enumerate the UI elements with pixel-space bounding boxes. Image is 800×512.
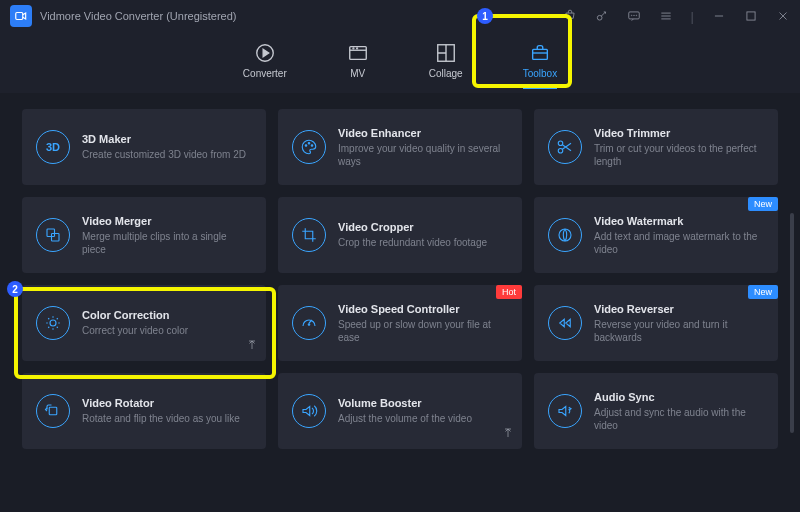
card-video-merger[interactable]: Video Merger Merge multiple clips into a…	[22, 197, 266, 273]
app-logo	[10, 5, 32, 27]
svg-point-14	[308, 143, 310, 145]
tab-label: MV	[350, 68, 365, 79]
card-desc: Trim or cut your videos to the perfect l…	[594, 142, 764, 168]
feedback-icon[interactable]	[627, 9, 641, 23]
svg-rect-23	[49, 407, 57, 415]
card-title: Video Speed Controller	[338, 303, 508, 315]
card-desc: Merge multiple clips into a single piece	[82, 230, 252, 256]
svg-point-13	[305, 145, 307, 147]
palette-icon	[292, 130, 326, 164]
card-color-correction[interactable]: Color Correction Correct your video colo…	[22, 285, 266, 361]
card-title: Video Rotator	[82, 397, 240, 409]
card-video-rotator[interactable]: Video Rotator Rotate and flip the video …	[22, 373, 266, 449]
svg-rect-18	[47, 229, 55, 237]
audio-sync-icon	[548, 394, 582, 428]
card-title: Audio Sync	[594, 391, 764, 403]
pin-icon[interactable]	[502, 425, 514, 443]
card-title: Video Cropper	[338, 221, 487, 233]
card-desc: Adjust and sync the audio with the video	[594, 406, 764, 432]
annotation-number-2: 2	[7, 281, 23, 297]
nav-tabs: Converter MV Collage Toolbox	[0, 32, 800, 93]
3d-icon: 3D	[36, 130, 70, 164]
new-badge: New	[748, 285, 778, 299]
card-video-trimmer[interactable]: Video Trimmer Trim or cut your videos to…	[534, 109, 778, 185]
window-controls: |	[563, 9, 790, 24]
title-bar: Vidmore Video Converter (Unregistered) |	[0, 0, 800, 32]
svg-rect-0	[16, 13, 23, 20]
tab-converter[interactable]: Converter	[243, 42, 287, 79]
annotation-number-1: 1	[477, 8, 493, 24]
card-title: Video Merger	[82, 215, 252, 227]
card-desc: Speed up or slow down your file at ease	[338, 318, 508, 344]
svg-point-22	[308, 324, 310, 326]
card-title: 3D Maker	[82, 133, 246, 145]
svg-point-3	[631, 15, 632, 16]
card-title: Color Correction	[82, 309, 188, 321]
svg-point-4	[633, 15, 634, 16]
hot-badge: Hot	[496, 285, 522, 299]
scrollbar[interactable]	[790, 213, 794, 433]
crop-icon	[292, 218, 326, 252]
divider: |	[691, 9, 694, 24]
new-badge: New	[748, 197, 778, 211]
card-desc: Correct your video color	[82, 324, 188, 337]
svg-point-16	[558, 141, 563, 146]
maximize-button[interactable]	[744, 9, 758, 23]
rotate-icon	[36, 394, 70, 428]
toolbox-grid: 3D 3D Maker Create customized 3D video f…	[22, 109, 778, 449]
svg-rect-6	[747, 12, 755, 20]
minimize-button[interactable]	[712, 9, 726, 23]
card-video-speed[interactable]: Hot Video Speed Controller Speed up or s…	[278, 285, 522, 361]
card-title: Volume Booster	[338, 397, 472, 409]
rewind-icon	[548, 306, 582, 340]
close-button[interactable]	[776, 9, 790, 23]
tab-label: Converter	[243, 68, 287, 79]
svg-point-15	[311, 145, 313, 147]
pin-icon[interactable]	[246, 337, 258, 355]
card-title: Video Enhancer	[338, 127, 508, 139]
brightness-icon	[36, 306, 70, 340]
merge-icon	[36, 218, 70, 252]
card-desc: Rotate and flip the video as you like	[82, 412, 240, 425]
card-desc: Crop the redundant video footage	[338, 236, 487, 249]
card-desc: Create customized 3D video from 2D	[82, 148, 246, 161]
card-desc: Adjust the volume of the video	[338, 412, 472, 425]
card-title: Video Trimmer	[594, 127, 764, 139]
card-video-cropper[interactable]: Video Cropper Crop the redundant video f…	[278, 197, 522, 273]
cart-icon[interactable]	[563, 9, 577, 23]
svg-point-17	[558, 149, 563, 154]
card-video-watermark[interactable]: New Video Watermark Add text and image w…	[534, 197, 778, 273]
scissors-icon	[548, 130, 582, 164]
svg-point-1	[597, 15, 602, 20]
watermark-icon	[548, 218, 582, 252]
svg-point-9	[353, 48, 354, 49]
tab-collage[interactable]: Collage	[429, 42, 463, 79]
tab-toolbox[interactable]: Toolbox	[523, 42, 557, 79]
card-video-enhancer[interactable]: Video Enhancer Improve your video qualit…	[278, 109, 522, 185]
card-3d-maker[interactable]: 3D 3D Maker Create customized 3D video f…	[22, 109, 266, 185]
svg-point-5	[636, 15, 637, 16]
svg-point-21	[50, 320, 56, 326]
tab-mv[interactable]: MV	[347, 42, 369, 79]
card-desc: Reverse your video and turn it backwards	[594, 318, 764, 344]
tab-label: Toolbox	[523, 68, 557, 79]
card-desc: Add text and image watermark to the vide…	[594, 230, 764, 256]
volume-icon	[292, 394, 326, 428]
svg-rect-19	[52, 234, 60, 242]
svg-rect-12	[533, 49, 548, 59]
app-title: Vidmore Video Converter (Unregistered)	[40, 10, 236, 22]
content-area: 3D 3D Maker Create customized 3D video f…	[0, 93, 800, 511]
card-video-reverser[interactable]: New Video Reverser Reverse your video an…	[534, 285, 778, 361]
key-icon[interactable]	[595, 9, 609, 23]
tab-label: Collage	[429, 68, 463, 79]
card-audio-sync[interactable]: Audio Sync Adjust and sync the audio wit…	[534, 373, 778, 449]
card-desc: Improve your video quality in several wa…	[338, 142, 508, 168]
speedometer-icon	[292, 306, 326, 340]
card-volume-booster[interactable]: Volume Booster Adjust the volume of the …	[278, 373, 522, 449]
card-title: Video Reverser	[594, 303, 764, 315]
menu-icon[interactable]	[659, 9, 673, 23]
svg-point-10	[356, 48, 357, 49]
card-title: Video Watermark	[594, 215, 764, 227]
svg-point-20	[559, 229, 571, 241]
